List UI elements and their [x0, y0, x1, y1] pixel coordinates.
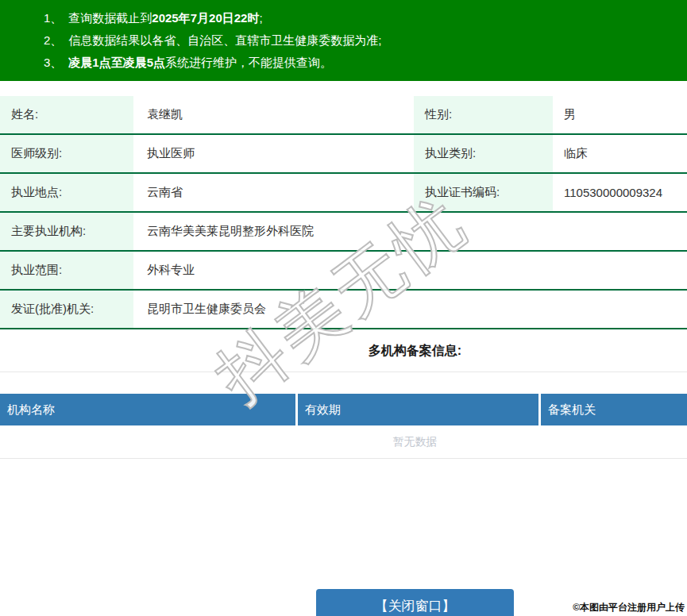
- practice-location-value: 云南省: [133, 174, 414, 211]
- practice-scope-label: 执业范围:: [0, 252, 133, 289]
- column-header-institution-name: 机构名称: [0, 394, 295, 425]
- gender-value: 男: [553, 96, 687, 133]
- practice-category-value: 临床: [553, 135, 687, 172]
- main-institution-label: 主要执业机构:: [0, 213, 133, 250]
- certificate-no-label: 执业证书编码:: [414, 174, 553, 211]
- column-header-validity-period: 有效期: [298, 394, 538, 425]
- notice-text: 信息数据结果以各省、自治区、直辖市卫生健康委数据为准;: [68, 29, 381, 52]
- table-row-main-institution: 主要执业机构: 云南华美美莱昆明整形外科医院: [0, 213, 687, 252]
- multi-institution-section-title: 多机构备案信息:: [0, 342, 687, 360]
- divider-line: [0, 372, 687, 372]
- notice-item-1: 1、 查询数据截止到2025年7月20日22时;: [44, 7, 687, 29]
- close-window-button[interactable]: 【关闭窗口】: [316, 589, 514, 616]
- notice-number: 1、: [44, 7, 62, 29]
- notice-item-2: 2、 信息数据结果以各省、自治区、直辖市卫生健康委数据为准;: [44, 29, 687, 52]
- table-row-location-certificate: 执业地点: 云南省 执业证书编码: 110530000009324: [0, 174, 687, 213]
- page-content: 1、 查询数据截止到2025年7月20日22时; 2、 信息数据结果以各省、自治…: [0, 0, 687, 616]
- notice-text: 查询数据截止到2025年7月20日22时;: [68, 7, 262, 29]
- doctor-level-value: 执业医师: [133, 135, 414, 172]
- table-row-practice-scope: 执业范围: 外科专业: [0, 252, 687, 291]
- name-label: 姓名:: [0, 96, 133, 133]
- upload-credit-text: ©本图由平台注册用户上传: [573, 601, 685, 614]
- issuing-authority-value: 昆明市卫生健康委员会: [133, 291, 687, 328]
- main-institution-value: 云南华美美莱昆明整形外科医院: [133, 213, 687, 250]
- record-table-header: 机构名称 有效期 备案机关: [0, 394, 687, 425]
- gender-label: 性别:: [414, 96, 553, 133]
- doctor-info-table: 姓名: 袁继凯 性别: 男 医师级别: 执业医师 执业类别: 临床 执业地点: …: [0, 96, 687, 329]
- doctor-level-label: 医师级别:: [0, 135, 133, 172]
- table-row-name-gender: 姓名: 袁继凯 性别: 男: [0, 96, 687, 135]
- issuing-authority-label: 发证(批准)机关:: [0, 291, 133, 328]
- name-value: 袁继凯: [133, 96, 414, 133]
- notice-text: 凌晨1点至凌晨5点系统进行维护，不能提供查询。: [68, 52, 332, 74]
- notice-number: 2、: [44, 29, 62, 52]
- certificate-no-value: 110530000009324: [553, 174, 687, 211]
- notice-number: 3、: [44, 52, 62, 74]
- column-header-record-authority: 备案机关: [541, 394, 687, 425]
- notice-banner: 1、 查询数据截止到2025年7月20日22时; 2、 信息数据结果以各省、自治…: [0, 0, 687, 81]
- table-row-level-category: 医师级别: 执业医师 执业类别: 临床: [0, 135, 687, 174]
- practice-category-label: 执业类别:: [414, 135, 553, 172]
- notice-item-3: 3、 凌晨1点至凌晨5点系统进行维护，不能提供查询。: [44, 52, 687, 74]
- practice-location-label: 执业地点:: [0, 174, 133, 211]
- empty-data-placeholder: 暂无数据: [0, 425, 687, 459]
- table-row-issuing-authority: 发证(批准)机关: 昆明市卫生健康委员会: [0, 291, 687, 329]
- practice-scope-value: 外科专业: [133, 252, 687, 289]
